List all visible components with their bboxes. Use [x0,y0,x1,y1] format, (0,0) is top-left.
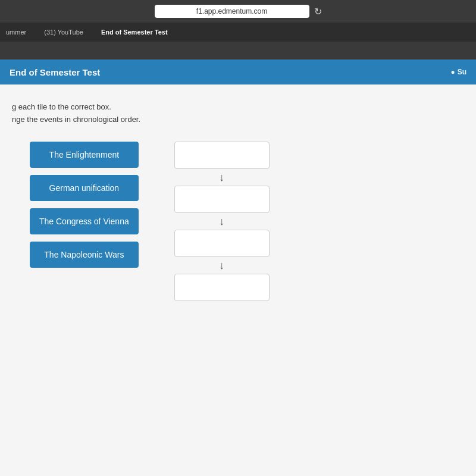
content-area: g each tile to the correct box. nge the … [0,84,476,476]
drop-box-2[interactable] [174,186,270,213]
header-right: ● Su [450,68,466,76]
arrow-1: ↓ [219,169,224,186]
app-header: End of Semester Test ● Su [0,60,476,84]
tabs-row: ummer (31) YouTube End of Semester Test [0,23,476,42]
page-title: End of Semester Test [10,67,100,77]
drag-area: The Enlightenment German unification The… [12,142,464,301]
tile-congress-vienna[interactable]: The Congress of Vienna [30,208,139,234]
address-bar-row: f1.app.edmentum.com ↻ [0,0,476,23]
refresh-icon[interactable]: ↻ [314,6,322,17]
instruction-2: nge the events in chronological order. [12,115,464,124]
drop-box-3[interactable] [174,230,270,257]
address-bar[interactable]: f1.app.edmentum.com [155,5,309,18]
drop-box-4[interactable] [174,274,270,301]
boxes-column: ↓ ↓ ↓ [174,142,270,301]
drop-box-1[interactable] [174,142,270,169]
arrow-3: ↓ [219,257,224,274]
page-area: End of Semester Test ● Su g each tile to… [0,60,476,476]
tab-youtube[interactable]: (31) YouTube [44,29,83,36]
tab-summer[interactable]: ummer [6,29,26,36]
tile-enlightenment[interactable]: The Enlightenment [30,142,139,168]
browser-chrome: f1.app.edmentum.com ↻ ummer (31) YouTube… [0,0,476,60]
tile-napoleonic-wars[interactable]: The Napoleonic Wars [30,242,139,268]
arrow-2: ↓ [219,213,224,230]
header-right-label: Su [458,68,466,76]
tile-german-unification[interactable]: German unification [30,175,139,201]
instruction-1: g each tile to the correct box. [12,102,464,111]
tiles-column: The Enlightenment German unification The… [30,142,139,301]
tab-end-of-semester[interactable]: End of Semester Test [101,29,168,36]
